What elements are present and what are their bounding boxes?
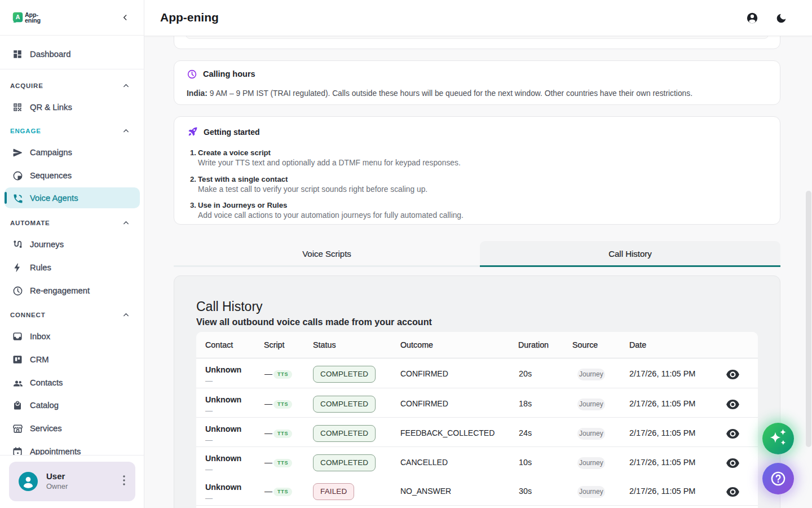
svg-text:A: A xyxy=(16,14,20,20)
